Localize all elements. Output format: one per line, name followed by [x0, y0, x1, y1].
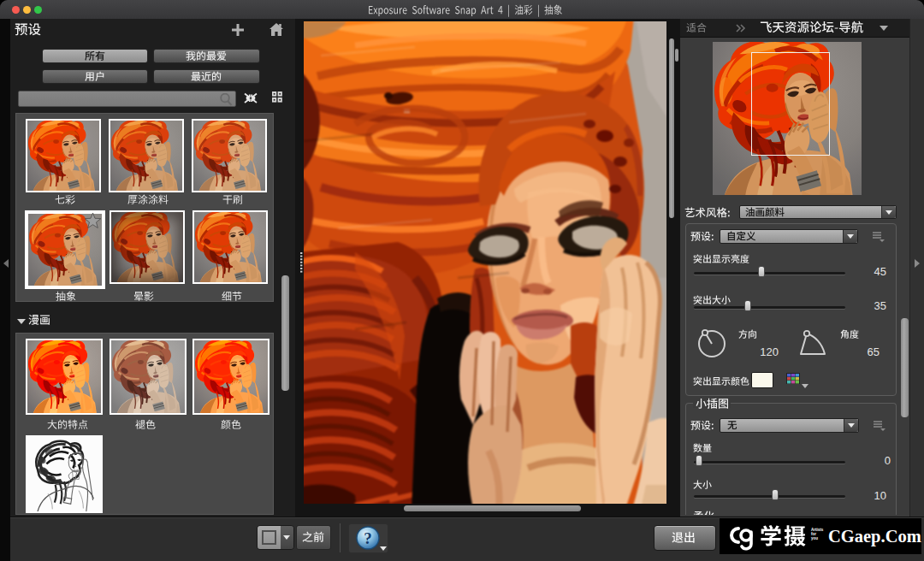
svg-text:?: ?: [364, 529, 372, 547]
